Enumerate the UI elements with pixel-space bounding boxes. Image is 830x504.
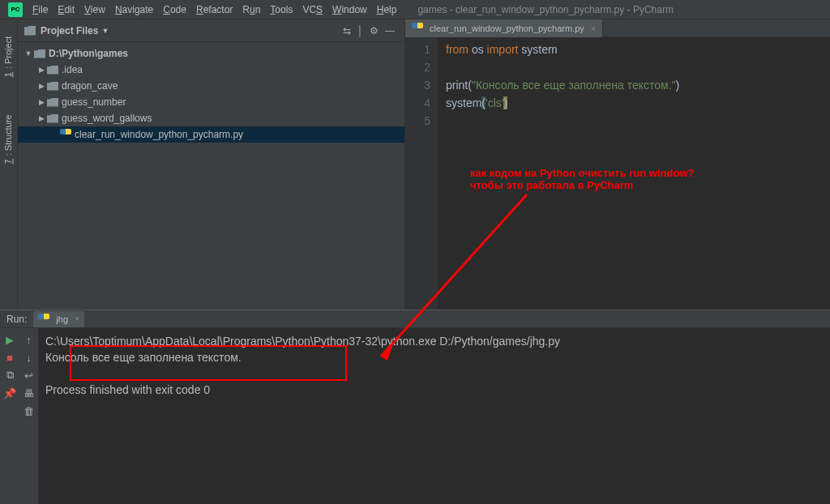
folder-icon	[34, 49, 45, 58]
menu-file[interactable]: File	[28, 2, 53, 17]
output-text: Консоль все еще заполнена текстом.	[45, 349, 824, 365]
tree-root[interactable]: ▼ D:\Python\games	[18, 45, 404, 62]
hide-icon[interactable]: —	[385, 25, 395, 36]
stop-button[interactable]: ■	[3, 351, 16, 364]
menu-refactor[interactable]: Refactor	[191, 2, 237, 17]
python-file-icon	[412, 23, 423, 34]
line-gutter: 12345	[405, 37, 438, 310]
chevron-down-icon[interactable]: ▼	[101, 27, 109, 35]
folder-icon	[47, 66, 58, 75]
pycharm-logo-icon: PC	[8, 2, 23, 17]
run-panel-header: Run: jhg ×	[0, 310, 830, 328]
project-tree: ▼ D:\Python\games ▶ .idea ▶ dragon_cave …	[18, 42, 404, 146]
project-panel-title[interactable]: Project Files	[41, 25, 98, 36]
menu-navigate[interactable]: Navigate	[110, 2, 158, 17]
run-label: Run:	[0, 314, 33, 325]
tree-folder-idea[interactable]: ▶ .idea	[18, 62, 404, 78]
project-panel-header: Project Files ▼ ⇆ │ ⚙ —	[18, 19, 404, 42]
python-file-icon	[38, 314, 49, 325]
tree-root-label: D:\Python\games	[49, 48, 128, 59]
close-icon[interactable]: ×	[75, 314, 79, 323]
menu-help[interactable]: Help	[372, 2, 402, 17]
output-finished: Process finished with exit code 0	[45, 382, 824, 398]
expand-arrow-icon[interactable]: ▶	[37, 114, 45, 122]
tree-folder-dragon-cave[interactable]: ▶ dragon_cave	[18, 78, 404, 94]
folder-icon	[47, 98, 58, 107]
editor-tab-label: clear_run_window_python_pycharm.py	[430, 23, 584, 33]
expand-arrow-icon[interactable]: ▶	[37, 82, 45, 90]
menu-bar: PC File Edit View Navigate Code Refactor…	[0, 0, 830, 19]
run-tab-label: jhg	[56, 314, 68, 324]
rerun-button[interactable]: ▶	[3, 333, 16, 346]
menu-edit[interactable]: Edit	[53, 2, 79, 17]
folder-icon	[47, 82, 58, 91]
vert-split-icon[interactable]: │	[357, 25, 364, 36]
output-path: C:\Users\Toptimum\AppData\Local\Programs…	[45, 333, 824, 349]
close-icon[interactable]: ×	[591, 23, 596, 33]
window-title: games - clear_run_window_python_pycharm.…	[417, 4, 673, 15]
tree-folder-guess-word[interactable]: ▶ guess_word_gallows	[18, 110, 404, 126]
tab-structure[interactable]: 7: Structure	[4, 115, 14, 164]
tree-label: .idea	[62, 64, 83, 75]
tree-file-clear-run[interactable]: clear_run_window_python_pycharm.py	[18, 126, 404, 143]
tree-label: clear_run_window_python_pycharm.py	[75, 129, 243, 140]
tree-label: dragon_cave	[62, 80, 118, 92]
editor-area: clear_run_window_python_pycharm.py × 123…	[405, 19, 830, 310]
menu-code[interactable]: Code	[158, 2, 191, 17]
pin-button[interactable]: 📌	[3, 387, 16, 399]
expand-arrow-icon[interactable]: ▼	[24, 49, 32, 58]
menu-tools[interactable]: Tools	[265, 2, 297, 17]
menu-vcs[interactable]: VCS	[297, 2, 327, 17]
down-arrow-icon[interactable]: ↓	[23, 351, 36, 364]
run-tab[interactable]: jhg ×	[33, 311, 84, 327]
menu-run[interactable]: Run	[237, 2, 265, 17]
code-content[interactable]: from os import system print("Консоль все…	[438, 37, 830, 310]
editor-tab[interactable]: clear_run_window_python_pycharm.py ×	[405, 19, 603, 37]
run-toolbar-left: ▶ ■ ⧉ 📌	[0, 328, 19, 504]
wrap-icon[interactable]: ↩	[23, 369, 36, 382]
project-panel: Project Files ▼ ⇆ │ ⚙ — ▼ D:\Python\game…	[18, 19, 405, 310]
tree-label: guess_number	[62, 96, 126, 108]
menu-view[interactable]: View	[79, 2, 110, 17]
layout-button[interactable]: ⧉	[3, 369, 16, 382]
up-arrow-icon[interactable]: ↑	[23, 333, 36, 346]
gear-icon[interactable]: ⚙	[370, 25, 379, 36]
run-panel: Run: jhg × ▶ ■ ⧉ 📌 ↑ ↓ ↩ 🖶 🗑 C:\Users\To…	[0, 310, 830, 504]
left-gutter: 1: Project 7: Structure	[0, 19, 18, 310]
print-icon[interactable]: 🖶	[23, 387, 36, 399]
tab-project[interactable]: 1: Project	[4, 36, 14, 77]
tree-label: guess_word_gallows	[62, 113, 152, 124]
menu-window[interactable]: Window	[327, 2, 372, 17]
folder-icon	[47, 114, 58, 123]
run-toolbar-mid: ↑ ↓ ↩ 🖶 🗑	[19, 328, 39, 504]
run-output[interactable]: C:\Users\Toptimum\AppData\Local\Programs…	[39, 328, 830, 504]
editor-body[interactable]: 12345 from os import system print("Консо…	[405, 37, 830, 310]
collapse-icon[interactable]: ⇆	[343, 25, 351, 36]
project-files-icon	[24, 26, 36, 36]
trash-icon[interactable]: 🗑	[23, 404, 36, 417]
expand-arrow-icon[interactable]: ▶	[37, 98, 45, 106]
tree-folder-guess-number[interactable]: ▶ guess_number	[18, 94, 404, 110]
expand-arrow-icon[interactable]: ▶	[37, 66, 45, 74]
python-file-icon	[60, 129, 71, 140]
editor-tabs: clear_run_window_python_pycharm.py ×	[405, 19, 830, 37]
